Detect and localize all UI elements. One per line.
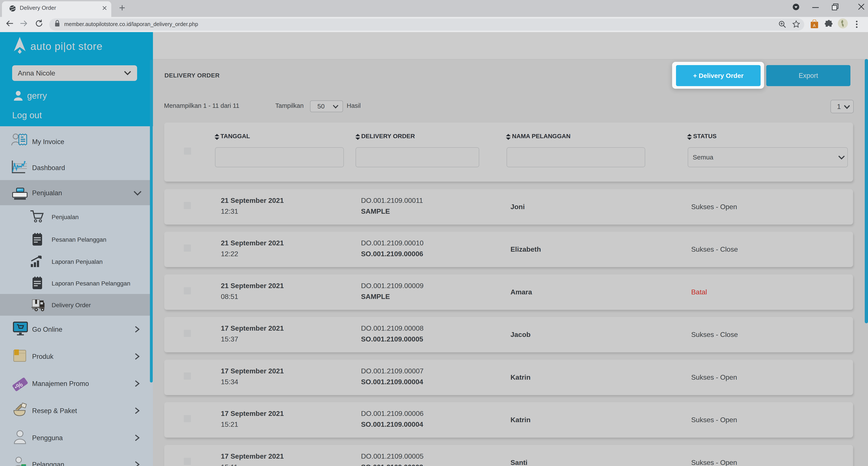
svg-text:A: A xyxy=(813,24,816,28)
